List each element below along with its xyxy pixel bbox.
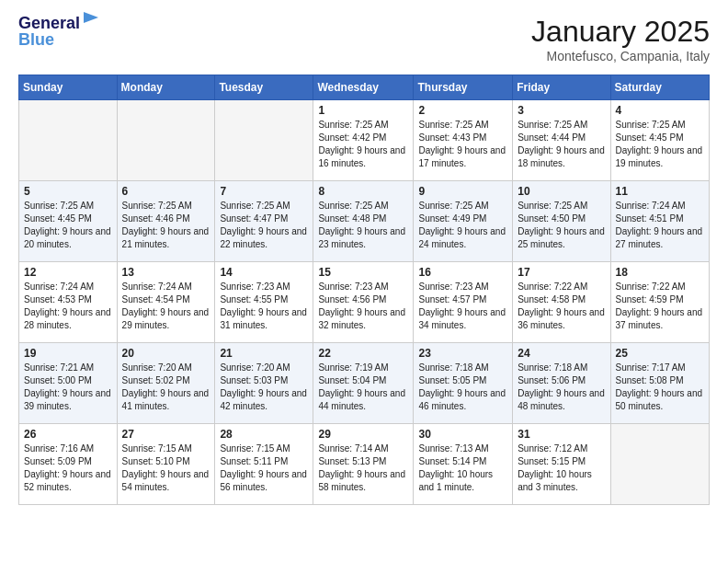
day-number: 3 [518,104,605,117]
day-number: 1 [318,104,408,117]
day-number: 17 [518,266,605,279]
day-number: 31 [518,428,605,441]
calendar-cell: 5Sunrise: 7:25 AMSunset: 4:45 PMDaylight… [19,181,118,262]
day-info: Sunrise: 7:25 AMSunset: 4:50 PMDaylight:… [518,200,605,251]
day-number: 23 [418,347,507,360]
calendar-cell [610,424,709,505]
calendar-week-row: 1Sunrise: 7:25 AMSunset: 4:42 PMDaylight… [19,100,710,181]
day-number: 24 [518,347,605,360]
calendar-cell: 10Sunrise: 7:25 AMSunset: 4:50 PMDayligh… [513,181,610,262]
day-info: Sunrise: 7:15 AMSunset: 5:10 PMDaylight:… [122,442,210,494]
day-info: Sunrise: 7:25 AMSunset: 4:44 PMDaylight:… [518,119,605,170]
calendar-cell [215,100,313,181]
day-info: Sunrise: 7:24 AMSunset: 4:51 PMDaylight:… [616,200,704,251]
calendar-cell: 19Sunrise: 7:21 AMSunset: 5:00 PMDayligh… [19,343,118,424]
day-info: Sunrise: 7:25 AMSunset: 4:43 PMDaylight:… [418,119,507,170]
day-number: 15 [318,266,408,279]
calendar-cell: 6Sunrise: 7:25 AMSunset: 4:46 PMDaylight… [117,181,215,262]
day-info: Sunrise: 7:19 AMSunset: 5:04 PMDaylight:… [318,362,408,413]
calendar-title: January 2025 [531,15,710,49]
weekday-header-saturday: Saturday [610,75,709,100]
day-info: Sunrise: 7:21 AMSunset: 5:00 PMDaylight:… [24,362,112,413]
weekday-header-row: SundayMondayTuesdayWednesdayThursdayFrid… [19,75,710,100]
weekday-header-wednesday: Wednesday [313,75,414,100]
weekday-header-thursday: Thursday [414,75,513,100]
weekday-header-monday: Monday [117,75,215,100]
calendar-cell: 27Sunrise: 7:15 AMSunset: 5:10 PMDayligh… [117,424,215,505]
calendar-cell: 30Sunrise: 7:13 AMSunset: 5:14 PMDayligh… [414,424,513,505]
day-info: Sunrise: 7:23 AMSunset: 4:55 PMDaylight:… [220,281,308,332]
day-number: 12 [24,266,112,279]
day-number: 22 [318,347,408,360]
weekday-header-sunday: Sunday [19,75,118,100]
day-info: Sunrise: 7:16 AMSunset: 5:09 PMDaylight:… [24,442,112,494]
day-number: 7 [220,185,308,198]
day-number: 18 [616,266,704,279]
day-number: 16 [418,266,507,279]
day-number: 8 [318,185,408,198]
day-info: Sunrise: 7:25 AMSunset: 4:46 PMDaylight:… [122,200,210,251]
calendar-cell: 1Sunrise: 7:25 AMSunset: 4:42 PMDaylight… [313,100,414,181]
calendar-cell: 13Sunrise: 7:24 AMSunset: 4:54 PMDayligh… [117,262,215,343]
calendar-table: SundayMondayTuesdayWednesdayThursdayFrid… [18,75,710,505]
page: General Blue January 2025 Montefusco, Ca… [0,0,728,523]
calendar-cell: 9Sunrise: 7:25 AMSunset: 4:49 PMDaylight… [414,181,513,262]
day-number: 20 [122,347,210,360]
day-number: 13 [122,266,210,279]
calendar-cell: 17Sunrise: 7:22 AMSunset: 4:58 PMDayligh… [513,262,610,343]
day-info: Sunrise: 7:24 AMSunset: 4:54 PMDaylight:… [122,281,210,332]
calendar-cell: 18Sunrise: 7:22 AMSunset: 4:59 PMDayligh… [610,262,709,343]
day-number: 21 [220,347,308,360]
logo: General Blue [18,15,102,50]
day-info: Sunrise: 7:25 AMSunset: 4:45 PMDaylight:… [24,200,112,251]
calendar-cell [117,100,215,181]
day-number: 19 [24,347,112,360]
calendar-cell: 26Sunrise: 7:16 AMSunset: 5:09 PMDayligh… [19,424,118,505]
day-number: 25 [616,347,704,360]
day-info: Sunrise: 7:24 AMSunset: 4:53 PMDaylight:… [24,281,112,332]
day-info: Sunrise: 7:17 AMSunset: 5:08 PMDaylight:… [616,362,704,413]
calendar-cell: 3Sunrise: 7:25 AMSunset: 4:44 PMDaylight… [513,100,610,181]
calendar-week-row: 19Sunrise: 7:21 AMSunset: 5:00 PMDayligh… [19,343,710,424]
day-number: 9 [418,185,507,198]
day-info: Sunrise: 7:25 AMSunset: 4:42 PMDaylight:… [318,119,408,170]
svg-marker-0 [84,12,98,23]
calendar-week-row: 5Sunrise: 7:25 AMSunset: 4:45 PMDaylight… [19,181,710,262]
day-number: 4 [616,104,704,117]
day-info: Sunrise: 7:22 AMSunset: 4:58 PMDaylight:… [518,281,605,332]
calendar-cell [19,100,118,181]
weekday-header-friday: Friday [513,75,610,100]
calendar-cell: 22Sunrise: 7:19 AMSunset: 5:04 PMDayligh… [313,343,414,424]
day-number: 11 [616,185,704,198]
calendar-cell: 15Sunrise: 7:23 AMSunset: 4:56 PMDayligh… [313,262,414,343]
day-info: Sunrise: 7:23 AMSunset: 4:57 PMDaylight:… [418,281,507,332]
title-block: January 2025 Montefusco, Campania, Italy [531,15,710,63]
day-info: Sunrise: 7:14 AMSunset: 5:13 PMDaylight:… [318,442,408,494]
weekday-header-tuesday: Tuesday [215,75,313,100]
day-number: 6 [122,185,210,198]
day-info: Sunrise: 7:18 AMSunset: 5:06 PMDaylight:… [518,362,605,413]
calendar-cell: 29Sunrise: 7:14 AMSunset: 5:13 PMDayligh… [313,424,414,505]
day-info: Sunrise: 7:15 AMSunset: 5:11 PMDaylight:… [220,442,308,494]
day-number: 26 [24,428,112,441]
day-number: 14 [220,266,308,279]
day-number: 29 [318,428,408,441]
calendar-cell: 23Sunrise: 7:18 AMSunset: 5:05 PMDayligh… [414,343,513,424]
calendar-subtitle: Montefusco, Campania, Italy [531,49,710,63]
day-info: Sunrise: 7:23 AMSunset: 4:56 PMDaylight:… [318,281,408,332]
calendar-cell: 8Sunrise: 7:25 AMSunset: 4:48 PMDaylight… [313,181,414,262]
calendar-cell: 14Sunrise: 7:23 AMSunset: 4:55 PMDayligh… [215,262,313,343]
header: General Blue January 2025 Montefusco, Ca… [18,15,710,63]
day-number: 2 [418,104,507,117]
calendar-cell: 12Sunrise: 7:24 AMSunset: 4:53 PMDayligh… [19,262,118,343]
day-info: Sunrise: 7:25 AMSunset: 4:48 PMDaylight:… [318,200,408,251]
calendar-cell: 4Sunrise: 7:25 AMSunset: 4:45 PMDaylight… [610,100,709,181]
day-number: 10 [518,185,605,198]
calendar-cell: 31Sunrise: 7:12 AMSunset: 5:15 PMDayligh… [513,424,610,505]
calendar-cell: 20Sunrise: 7:20 AMSunset: 5:02 PMDayligh… [117,343,215,424]
logo-text-blue: Blue [18,31,54,50]
day-info: Sunrise: 7:25 AMSunset: 4:47 PMDaylight:… [220,200,308,251]
day-info: Sunrise: 7:12 AMSunset: 5:15 PMDaylight:… [518,442,605,494]
day-info: Sunrise: 7:18 AMSunset: 5:05 PMDaylight:… [418,362,507,413]
calendar-week-row: 26Sunrise: 7:16 AMSunset: 5:09 PMDayligh… [19,424,710,505]
